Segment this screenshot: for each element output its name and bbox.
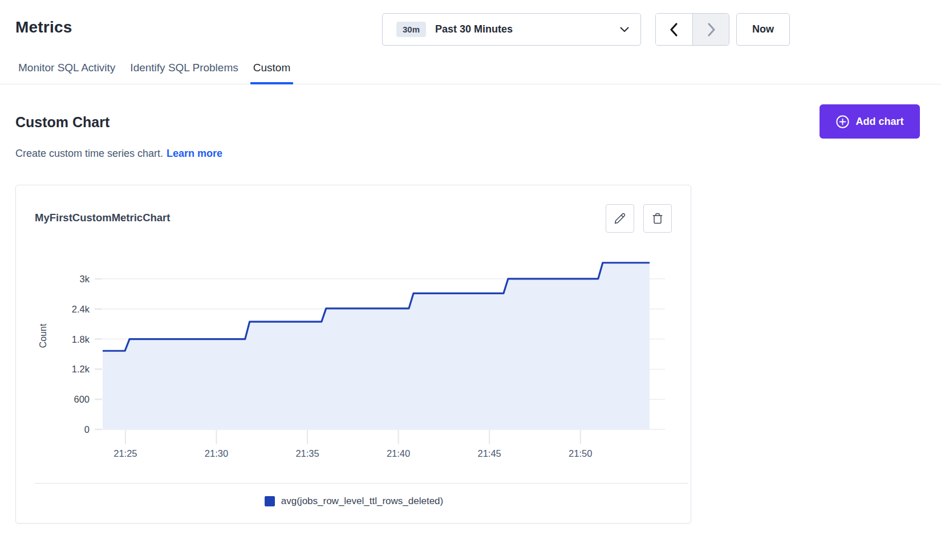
circle-plus-icon — [835, 115, 850, 129]
y-tick-label: 3k — [80, 274, 90, 284]
chevron-right-icon — [705, 22, 717, 37]
learn-more-link[interactable]: Learn more — [167, 148, 222, 159]
prev-time-button[interactable] — [656, 14, 692, 45]
delete-chart-button[interactable] — [643, 204, 672, 233]
tab-monitor-sql-activity[interactable]: Monitor SQL Activity — [15, 59, 118, 84]
section-subtitle: Create custom time series chart.Learn mo… — [15, 148, 222, 160]
tab-identify-sql-problems[interactable]: Identify SQL Problems — [127, 59, 241, 84]
time-step-buttons — [655, 13, 729, 46]
y-tick-label: 1.8k — [72, 334, 90, 344]
series-area — [103, 263, 650, 429]
trash-icon — [651, 212, 664, 225]
chevron-left-icon — [668, 22, 680, 37]
next-time-button[interactable] — [692, 14, 729, 45]
x-tick-label: 21:35 — [295, 448, 319, 458]
time-range-badge: 30m — [396, 22, 426, 37]
y-tick-label: 2.4k — [72, 304, 90, 314]
add-chart-button[interactable]: Add chart — [820, 104, 920, 139]
card-divider — [35, 483, 688, 484]
legend-label: avg(jobs_row_level_ttl_rows_deleted) — [281, 496, 443, 507]
pencil-icon — [614, 212, 626, 225]
y-tick-label: 600 — [74, 394, 90, 404]
x-tick-label: 21:45 — [478, 448, 501, 458]
subtitle-text: Create custom time series chart. — [15, 148, 163, 159]
edit-chart-button[interactable] — [606, 204, 634, 233]
y-tick-label: 0 — [84, 424, 90, 435]
chevron-down-icon — [620, 27, 629, 33]
x-tick-label: 21:25 — [113, 448, 137, 458]
time-series-chart[interactable]: 06001.2k1.8k2.4k3k21:2521:3021:3521:4021… — [16, 237, 692, 462]
section-heading: Custom Chart — [15, 114, 109, 131]
x-tick-label: 21:40 — [387, 448, 410, 458]
chart-title: MyFirstCustomMetricChart — [35, 212, 170, 224]
x-tick-label: 21:50 — [569, 448, 592, 458]
page-title: Metrics — [15, 18, 72, 36]
add-chart-label: Add chart — [855, 116, 903, 128]
time-range-label: Past 30 Minutes — [435, 23, 620, 35]
chart-legend: avg(jobs_row_level_ttl_rows_deleted) — [16, 496, 692, 507]
metrics-page: Metrics 30m Past 30 Minutes Now Monitor … — [0, 0, 941, 560]
time-range-dropdown[interactable]: 30m Past 30 Minutes — [382, 13, 641, 46]
tab-custom[interactable]: Custom — [250, 59, 293, 84]
tab-bar: Monitor SQL Activity Identify SQL Proble… — [0, 59, 941, 84]
y-tick-label: 1.2k — [72, 364, 90, 374]
now-button[interactable]: Now — [736, 13, 790, 46]
custom-chart-card: MyFirstCustomMetricChart Count 06001.2k1… — [15, 185, 691, 524]
legend-swatch — [265, 496, 275, 506]
x-tick-label: 21:30 — [205, 448, 228, 458]
